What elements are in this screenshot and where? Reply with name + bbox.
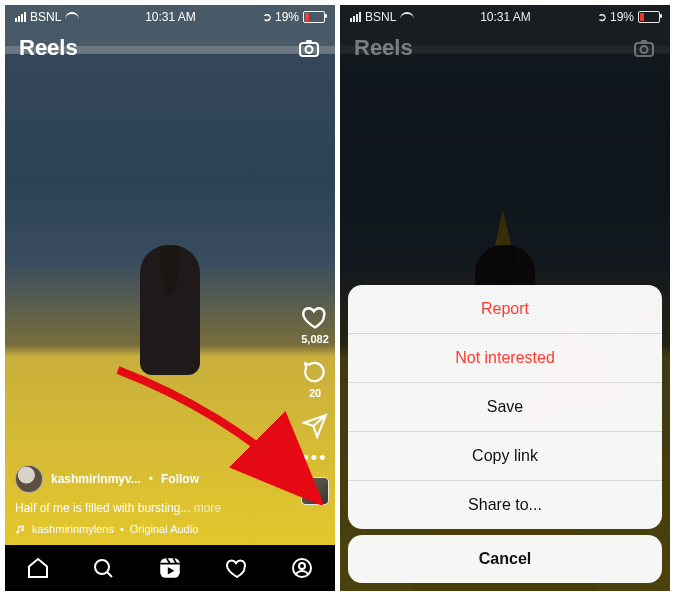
comment-count: 20 [309, 387, 321, 399]
like-count: 5,082 [301, 333, 329, 345]
more-options-button[interactable]: ••• [303, 453, 328, 463]
action-report[interactable]: Report [348, 285, 662, 333]
reel-meta: kashmirinmyv... • Follow Half of me is f… [15, 465, 279, 535]
action-sheet-cancel: Cancel [348, 535, 662, 583]
action-sheet: Report Not interested Save Copy link Sha… [348, 285, 662, 529]
caption[interactable]: Half of me is filled with bursting... mo… [15, 501, 279, 515]
svg-point-5 [299, 563, 305, 569]
action-rail: 5,082 20 ••• [301, 303, 329, 505]
nav-reels[interactable] [157, 555, 183, 581]
carrier-label: BSNL [30, 10, 61, 24]
battery-icon [303, 11, 325, 23]
nav-home[interactable] [26, 556, 50, 580]
audio-track: Original Audio [130, 523, 199, 535]
comment-button[interactable]: 20 [302, 359, 328, 399]
reels-header: Reels [5, 29, 335, 67]
audio-attribution[interactable]: kashmirinmylens • Original Audio [15, 523, 279, 535]
camera-icon[interactable] [297, 36, 321, 60]
bottom-nav [5, 545, 335, 591]
audio-thumbnail[interactable] [301, 477, 329, 505]
action-not-interested[interactable]: Not interested [348, 333, 662, 382]
phone-reels-screen: BSNL 10:31 AM ➲ 19% Reels 5,082 20 [5, 5, 335, 591]
profile-icon [290, 556, 314, 580]
follow-button[interactable]: Follow [161, 472, 199, 486]
share-button[interactable] [302, 413, 328, 439]
status-bar: BSNL 10:31 AM ➲ 19% [5, 5, 335, 29]
home-icon [26, 556, 50, 580]
caption-more: more [194, 501, 221, 515]
action-save[interactable]: Save [348, 382, 662, 431]
audio-user: kashmirinmylens [32, 523, 114, 535]
caption-text: Half of me is filled with bursting... [15, 501, 190, 515]
separator-dot: • [149, 472, 153, 486]
paper-plane-icon [302, 413, 328, 439]
comment-icon [302, 359, 328, 385]
wifi-icon [65, 12, 79, 22]
nav-profile[interactable] [290, 556, 314, 580]
page-title: Reels [19, 35, 78, 61]
nav-search[interactable] [91, 556, 115, 580]
signal-icon [15, 12, 26, 22]
heart-icon [301, 303, 329, 331]
action-share-to[interactable]: Share to... [348, 480, 662, 529]
clock: 10:31 AM [145, 10, 196, 24]
author-username[interactable]: kashmirinmyv... [51, 472, 141, 486]
action-cancel[interactable]: Cancel [348, 535, 662, 583]
svg-point-1 [306, 46, 313, 53]
svg-rect-0 [300, 43, 318, 56]
reels-icon [157, 555, 183, 581]
music-note-icon [15, 524, 26, 535]
nav-activity[interactable] [225, 556, 249, 580]
svg-point-2 [95, 560, 109, 574]
like-button[interactable]: 5,082 [301, 303, 329, 345]
author-avatar[interactable] [15, 465, 43, 493]
more-dots-icon: ••• [303, 453, 328, 463]
phone-action-sheet: BSNL 10:31 AM ➲ 19% Reels kashmirinmylen… [340, 5, 670, 591]
battery-percent: ➲ 19% [262, 10, 299, 24]
heart-outline-icon [225, 556, 249, 580]
action-copy-link[interactable]: Copy link [348, 431, 662, 480]
search-icon [91, 556, 115, 580]
svg-rect-3 [160, 558, 180, 578]
